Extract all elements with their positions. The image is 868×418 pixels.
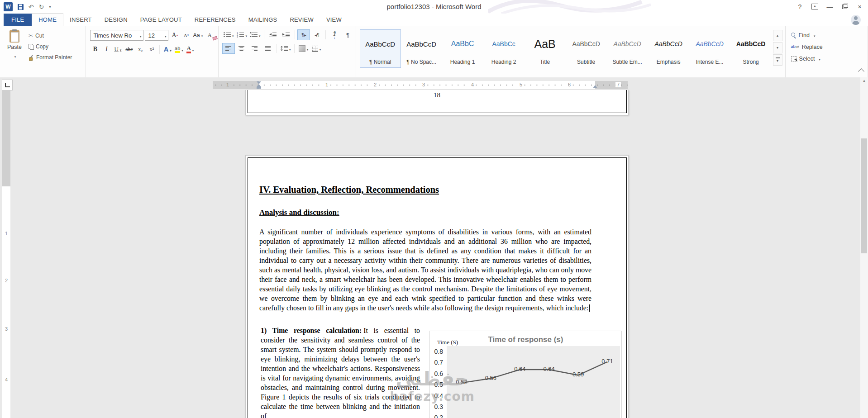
scrollbar-thumb[interactable]: [861, 138, 867, 253]
tab-design[interactable]: DESIGN: [98, 14, 134, 26]
format-painter-button[interactable]: Format Painter: [29, 53, 72, 62]
close-button[interactable]: ×: [852, 0, 867, 13]
sort-button[interactable]: AZ: [329, 30, 340, 40]
tab-review[interactable]: REVIEW: [283, 14, 320, 26]
font-name-dropdown-icon[interactable]: [138, 32, 142, 39]
font-color-button[interactable]: A: [185, 44, 195, 54]
style-subtle-emphasis[interactable]: AaBbCcDSubtle Em...: [607, 29, 648, 68]
undo-icon[interactable]: ↶: [29, 4, 34, 10]
styles-scroll-down-button[interactable]: ▾: [773, 42, 782, 53]
tab-home[interactable]: HOME: [32, 13, 63, 26]
redo-icon[interactable]: ↻: [39, 4, 44, 10]
find-button[interactable]: Find: [791, 31, 865, 39]
italic-button[interactable]: I: [101, 44, 111, 54]
user-avatar[interactable]: [851, 15, 861, 25]
line-spacing-button[interactable]: [280, 43, 292, 53]
minimize-button[interactable]: —: [822, 0, 837, 13]
paste-button[interactable]: Paste: [4, 29, 25, 81]
restore-button[interactable]: [837, 0, 852, 13]
style-no-spacing[interactable]: AaBbCcD¶ No Spac...: [401, 29, 442, 68]
show-formatting-marks-button[interactable]: ¶: [342, 30, 353, 40]
styles-more-button[interactable]: ▾: [773, 54, 782, 66]
font-size-dropdown-icon[interactable]: [163, 32, 167, 39]
paste-dropdown-icon[interactable]: [13, 52, 16, 60]
shrink-font-button[interactable]: A: [181, 30, 191, 40]
left-indent-marker[interactable]: [257, 87, 261, 89]
word-logo-icon[interactable]: W: [4, 2, 13, 11]
scroll-up-icon[interactable]: ▲: [860, 79, 868, 83]
underline-dropdown-icon[interactable]: [119, 46, 122, 53]
change-case-button[interactable]: Aa: [192, 30, 203, 40]
style-emphasis[interactable]: AaBbCcDEmphasis: [648, 29, 689, 68]
justify-button[interactable]: [262, 43, 274, 53]
find-dropdown-icon[interactable]: [812, 32, 816, 38]
text-highlight-button[interactable]: ab: [174, 44, 184, 54]
decrease-indent-button[interactable]: [267, 30, 279, 40]
left-to-right-button[interactable]: ¶▸: [298, 30, 310, 40]
tab-mailings[interactable]: MAILINGS: [242, 14, 284, 26]
underline-button[interactable]: U: [113, 44, 123, 54]
increase-indent-button[interactable]: [280, 30, 292, 40]
chart[interactable]: Time (S) Time of response (s) 0.80.70.60…: [429, 331, 622, 418]
bullets-button[interactable]: [223, 30, 235, 40]
highlight-dropdown-icon[interactable]: [180, 45, 183, 53]
grow-font-button[interactable]: A: [170, 30, 180, 40]
align-left-button[interactable]: [223, 43, 234, 53]
page-2[interactable]: IV. Evaluation, Reflection, Recommendati…: [245, 155, 629, 418]
style-strong[interactable]: AaBbCcDStrong: [730, 29, 772, 68]
multilevel-dropdown-icon[interactable]: [258, 31, 261, 39]
text-effects-button[interactable]: A: [162, 44, 172, 54]
style-title[interactable]: AaBTitle: [525, 29, 566, 68]
tab-page-layout[interactable]: PAGE LAYOUT: [134, 14, 188, 26]
font-size-combobox[interactable]: 12: [145, 30, 168, 41]
copy-button[interactable]: Copy: [29, 42, 72, 51]
clear-formatting-button[interactable]: A: [205, 30, 215, 40]
tab-references[interactable]: REFERENCES: [188, 14, 242, 26]
horizontal-ruler[interactable]: 1 1 2 3 4 5 6 7: [213, 81, 628, 89]
style-intense-emphasis[interactable]: AaBbCcDIntense E...: [689, 29, 730, 68]
borders-button[interactable]: [310, 43, 322, 53]
align-right-button[interactable]: [249, 43, 261, 53]
style-subtitle[interactable]: AaBbCcDSubtitle: [566, 29, 607, 68]
line-spacing-dropdown-icon[interactable]: [288, 44, 291, 52]
font-name-combobox[interactable]: Times New Ro: [90, 30, 143, 41]
shading-dropdown-icon[interactable]: [305, 44, 309, 52]
qat-customize-icon[interactable]: ▾: [49, 5, 51, 9]
styles-scroll-up-button[interactable]: ▴: [773, 30, 782, 41]
numbering-dropdown-icon[interactable]: [244, 31, 247, 39]
page-1[interactable]: 18: [245, 90, 629, 115]
bullets-dropdown-icon[interactable]: [231, 31, 234, 39]
select-button[interactable]: Select: [791, 54, 865, 63]
numbering-button[interactable]: 123: [236, 30, 248, 40]
superscript-button[interactable]: x²: [147, 44, 157, 54]
bold-button[interactable]: B: [90, 44, 100, 54]
multilevel-list-button[interactable]: [249, 30, 262, 40]
subscript-button[interactable]: x₂: [135, 44, 145, 54]
tab-insert[interactable]: INSERT: [63, 14, 98, 26]
align-center-button[interactable]: [236, 43, 248, 53]
tab-file[interactable]: FILE: [4, 14, 32, 26]
vertical-ruler[interactable]: 1 2 3 4: [2, 90, 10, 418]
select-dropdown-icon[interactable]: [817, 56, 820, 62]
cut-button[interactable]: ✂Cut: [29, 31, 72, 40]
right-indent-marker[interactable]: [593, 85, 597, 88]
style-normal[interactable]: AaBbCcD¶ Normal: [360, 29, 401, 68]
ribbon-display-options-button[interactable]: ▴: [807, 0, 822, 13]
body-paragraph[interactable]: A significant number of individuals expe…: [259, 227, 591, 313]
tab-view[interactable]: VIEW: [320, 14, 348, 26]
tab-stop-selector[interactable]: [2, 80, 13, 90]
style-heading-2[interactable]: AaBbCcHeading 2: [483, 29, 525, 68]
strikethrough-button[interactable]: abc: [124, 44, 134, 54]
help-button[interactable]: ?: [792, 0, 807, 13]
section-heading[interactable]: IV. Evaluation, Reflection, Recommendati…: [259, 185, 439, 195]
font-color-dropdown-icon[interactable]: [191, 45, 194, 53]
save-icon[interactable]: [18, 4, 24, 10]
vertical-scrollbar[interactable]: ▲: [860, 77, 868, 418]
replace-button[interactable]: abReplace: [791, 43, 865, 51]
list-item-paragraph[interactable]: 1) Time response calculation:It is essen…: [261, 326, 420, 418]
borders-dropdown-icon[interactable]: [318, 44, 321, 52]
shading-button[interactable]: [297, 43, 309, 53]
subsection-heading[interactable]: Analysis and discussion:: [259, 208, 339, 217]
right-to-left-button[interactable]: ◂¶: [311, 30, 323, 40]
style-heading-1[interactable]: AaBbCHeading 1: [442, 29, 483, 68]
